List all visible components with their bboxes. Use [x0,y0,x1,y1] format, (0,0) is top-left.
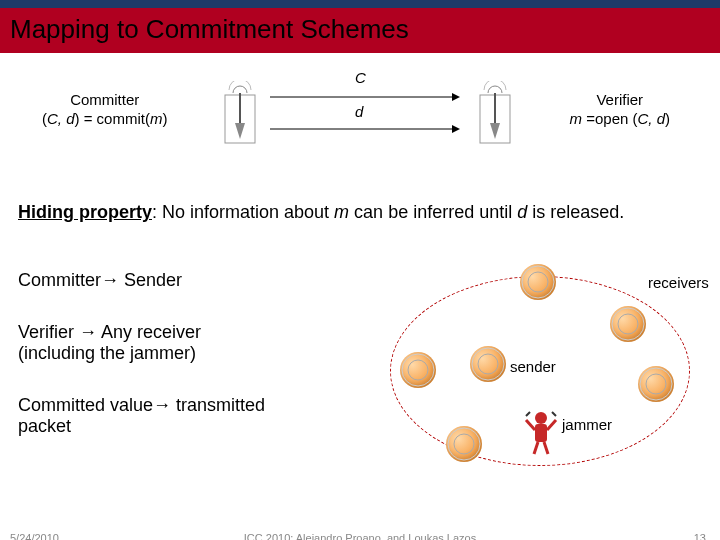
svg-point-12 [408,360,428,380]
mapping-committer-sender: Committer→ Sender [18,270,278,292]
svg-point-15 [472,348,504,380]
svg-line-26 [534,442,538,454]
svg-point-16 [618,314,638,334]
committer-formula: (C, d) = commit(m) [42,110,167,129]
svg-point-20 [454,434,474,454]
arrow-d [270,121,460,137]
svg-point-17 [612,308,644,340]
receiver-node [446,426,482,462]
hiding-m: m [334,202,349,222]
receiver-node [520,264,556,300]
svg-line-24 [526,420,535,430]
receiver-node [400,352,436,388]
committer-label: Committer (C, d) = commit(m) [42,91,167,129]
hiding-lead: Hiding property [18,202,152,222]
verifier-formula: m =open (C, d) [570,110,670,129]
svg-point-19 [640,368,672,400]
hiding-rest1: : No information about [152,202,334,222]
hiding-property-text: Hiding property: No information about m … [18,201,702,224]
svg-line-27 [544,442,548,454]
slide-title: Mapping to Commitment Schemes [10,14,710,45]
antenna-right-icon [470,81,520,145]
svg-marker-9 [452,125,460,133]
verifier-role: Verifier [570,91,670,110]
svg-point-14 [478,354,498,374]
network-diagram: sender receivers jammer [390,276,700,486]
svg-rect-23 [535,424,547,442]
top-accent-bar [0,0,720,8]
jammer-label: jammer [562,416,612,433]
hiding-rest3: is released. [527,202,624,222]
svg-marker-5 [490,123,500,139]
title-bar: Mapping to Commitment Schemes [0,8,720,53]
committer-role: Committer [42,91,167,110]
verifier-label: Verifier m =open (C, d) [570,91,670,129]
commitment-diagram: Committer (C, d) = commit(m) Verifier m … [0,61,720,171]
jammer-icon [524,410,558,456]
receiver-node [638,366,674,402]
svg-point-22 [535,412,547,424]
antenna-left-icon [215,81,265,145]
receivers-label: receivers [648,274,709,291]
footer-center: ICC 2010: Alejandro Proano, and Loukas L… [0,532,720,540]
arrow-c-label: C [355,69,366,86]
mapping-value-packet: Committed value→ transmitted packet [18,395,278,438]
svg-marker-7 [452,93,460,101]
mapping-list: Committer→ Sender Verifier → Any receive… [18,270,278,468]
svg-point-10 [528,272,548,292]
svg-point-18 [646,374,666,394]
mapping-verifier-receiver: Verifier → Any receiver (including the j… [18,322,258,365]
sender-node [470,346,506,382]
hiding-rest2: can be inferred until [349,202,517,222]
svg-point-11 [522,266,554,298]
receiver-node [610,306,646,342]
hiding-d: d [517,202,527,222]
svg-marker-2 [235,123,245,139]
svg-point-21 [448,428,480,460]
page-number: 13 [694,532,706,540]
sender-label: sender [510,358,556,375]
svg-point-13 [402,354,434,386]
arrow-d-label: d [355,103,363,120]
svg-line-25 [547,420,556,430]
arrow-c [270,89,460,105]
